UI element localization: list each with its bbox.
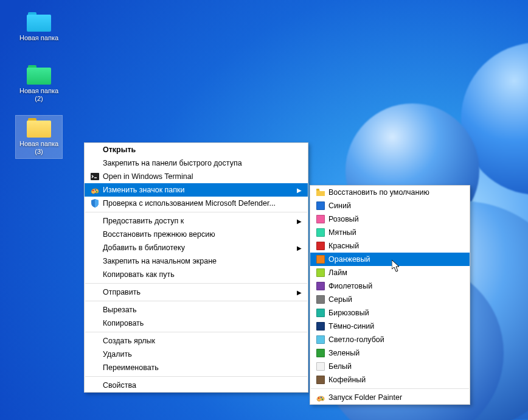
context_menu-item-14[interactable]: Вырезать <box>85 303 308 317</box>
context_menu-item-4[interactable]: Проверка с использованием Microsoft Defe… <box>85 197 308 210</box>
submenu-item-4[interactable]: Красный <box>310 239 470 253</box>
submenu-item-8[interactable]: Серый <box>310 293 470 306</box>
menu-label: Красный <box>327 242 465 250</box>
desktop-folder-0[interactable]: Новая папка <box>16 10 62 44</box>
color-swatch-icon <box>314 376 327 384</box>
svg-point-2 <box>92 190 94 191</box>
context_menu-item-19[interactable]: Переименовать <box>85 361 308 374</box>
submenu-item-7[interactable]: Фиолетовый <box>310 279 470 293</box>
menu-label: Переименовать <box>102 363 303 372</box>
separator <box>85 332 307 332</box>
menu-label: Тёмно-синий <box>327 322 465 331</box>
menu-label: Создать ярлык <box>102 337 303 345</box>
context_menu-item-18[interactable]: Удалить <box>85 348 308 361</box>
context_menu-item-7[interactable]: Восстановить прежнюю версию <box>85 228 308 241</box>
menu-label: Свойства <box>102 381 303 390</box>
desktop-folder-1[interactable]: Новая папка (2) <box>16 63 62 105</box>
menu-label: Закрепить на панели быстрого доступа <box>102 159 303 167</box>
context_menu-item-12[interactable]: Отправить▶ <box>85 285 308 299</box>
color-swatch-icon <box>314 335 327 344</box>
terminal-icon <box>88 172 102 181</box>
menu-label: Серый <box>327 295 465 304</box>
color-submenu: Восстановить по умолчаниюСинийРозовыйМят… <box>310 185 470 405</box>
context_menu-item-6[interactable]: Предоставить доступ к▶ <box>85 214 308 228</box>
submenu-item-5[interactable]: Оранжевый <box>310 253 470 266</box>
painter-icon <box>316 393 325 402</box>
color-swatch-icon <box>314 362 327 371</box>
separator <box>85 301 307 301</box>
separator <box>85 212 307 212</box>
color-swatch-icon <box>314 282 327 290</box>
folder-default-icon <box>316 188 325 197</box>
menu-label: Светло-голубой <box>327 335 465 344</box>
painter-icon <box>90 185 100 195</box>
color-swatch-icon <box>314 242 327 250</box>
context_menu-item-10[interactable]: Копировать как путь <box>85 268 308 281</box>
menu-label: Отправить <box>102 288 296 296</box>
color-swatch-icon <box>314 268 327 277</box>
color-swatch-icon <box>314 215 327 223</box>
folder-default-icon <box>314 188 327 197</box>
menu-label: Мятный <box>327 228 465 237</box>
submenu-item-14[interactable]: Кофейный <box>310 373 470 387</box>
submenu-item-9[interactable]: Бирюзовый <box>310 306 470 320</box>
menu-label: Изменить значок папки <box>102 186 296 194</box>
menu-label: Белый <box>327 362 465 371</box>
submenu-item-16[interactable]: Запуск Folder Painter <box>310 391 470 404</box>
context_menu-item-3[interactable]: Изменить значок папки▶ <box>85 183 308 197</box>
menu-label: Копировать как путь <box>102 270 303 279</box>
defender-icon <box>88 198 102 208</box>
menu-label: Восстановить по умолчанию <box>327 188 465 197</box>
svg-rect-0 <box>91 173 99 180</box>
menu-label: Предоставить доступ к <box>102 217 296 225</box>
menu-label: Закрепить на начальном экране <box>102 257 303 265</box>
folder-label: Новая папка (2) <box>17 87 61 103</box>
context_menu-item-2[interactable]: Open in Windows Terminal <box>85 170 308 183</box>
menu-label: Вырезать <box>102 306 303 314</box>
menu-label: Кофейный <box>327 376 465 384</box>
context_menu-item-9[interactable]: Закрепить на начальном экране <box>85 254 308 268</box>
menu-label: Запуск Folder Painter <box>327 393 465 402</box>
chevron-right-icon: ▶ <box>296 218 303 225</box>
context_menu-item-17[interactable]: Создать ярлык <box>85 334 308 348</box>
chevron-right-icon: ▶ <box>296 245 303 251</box>
submenu-item-3[interactable]: Мятный <box>310 226 470 239</box>
menu-label: Бирюзовый <box>327 309 465 317</box>
menu-label: Удалить <box>102 350 303 359</box>
context_menu-item-8[interactable]: Добавить в библиотеку▶ <box>85 241 308 254</box>
submenu-item-0[interactable]: Восстановить по умолчанию <box>310 186 470 199</box>
terminal-icon <box>90 172 100 181</box>
color-swatch-icon <box>314 295 327 304</box>
context_menu-item-21[interactable]: Свойства <box>85 379 308 392</box>
folder-icon <box>27 12 51 32</box>
menu-label: Открыть <box>102 145 303 154</box>
folder-icon <box>27 65 51 85</box>
separator <box>311 388 469 389</box>
menu-label: Фиолетовый <box>327 282 465 290</box>
defender-icon <box>90 198 100 208</box>
svg-point-6 <box>318 397 319 399</box>
cursor-icon <box>392 260 400 272</box>
menu-label: Open in Windows Terminal <box>102 172 303 181</box>
submenu-item-6[interactable]: Лайм <box>310 266 470 279</box>
submenu-item-1[interactable]: Синий <box>310 199 470 212</box>
context-menu: ОткрытьЗакрепить на панели быстрого дост… <box>84 142 308 393</box>
menu-label: Проверка с использованием Microsoft Defe… <box>102 199 303 208</box>
desktop-folder-2[interactable]: Новая папка (3) <box>16 116 62 158</box>
folder-label: Новая папка <box>17 34 61 42</box>
chevron-right-icon: ▶ <box>296 289 303 296</box>
color-swatch-icon <box>314 255 327 264</box>
menu-label: Синий <box>327 201 465 210</box>
submenu-item-11[interactable]: Светло-голубой <box>310 333 470 346</box>
svg-point-4 <box>96 191 97 192</box>
context_menu-item-1[interactable]: Закрепить на панели быстрого доступа <box>85 156 308 170</box>
folder-icon <box>27 118 51 138</box>
color-swatch-icon <box>314 228 327 237</box>
submenu-item-2[interactable]: Розовый <box>310 212 470 226</box>
context_menu-item-15[interactable]: Копировать <box>85 317 308 330</box>
submenu-item-13[interactable]: Белый <box>310 360 470 373</box>
context_menu-item-0[interactable]: Открыть <box>85 143 308 156</box>
submenu-item-12[interactable]: Зеленый <box>310 346 470 360</box>
submenu-item-10[interactable]: Тёмно-синий <box>310 320 470 333</box>
desktop[interactable]: Новая папкаНовая папка (2)Новая папка (3… <box>0 0 528 420</box>
